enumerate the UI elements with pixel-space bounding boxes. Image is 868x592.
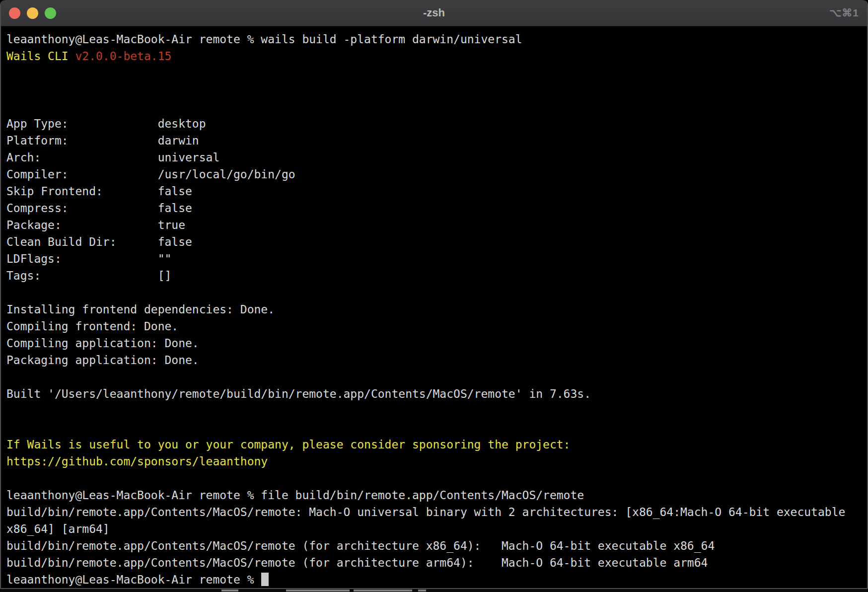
terminal-line: Compiling frontend: Done. [6, 318, 867, 335]
terminal-text: Wails CLI [6, 50, 75, 63]
terminal-text: Compiler: /usr/local/go/bin/go [6, 168, 295, 181]
terminal-line: App Type: desktop [6, 115, 867, 132]
terminal-text: x86_64] [arm64] [6, 522, 110, 535]
terminal-line: build/bin/remote.app/Contents/MacOS/remo… [6, 537, 867, 554]
terminal-line: build/bin/remote.app/Contents/MacOS/remo… [6, 554, 867, 571]
terminal-text: https://github.com/sponsors/leaanthony [6, 455, 268, 468]
terminal-line: Compiler: /usr/local/go/bin/go [6, 166, 867, 183]
terminal-text: leaanthony@Leas-MacBook-Air remote % [6, 573, 261, 586]
terminal-text: Compress: false [6, 202, 192, 215]
terminal-line [6, 284, 867, 301]
terminal-line: Skip Frontend: false [6, 183, 867, 200]
terminal-line [6, 65, 867, 81]
terminal-text: Compiling frontend: Done. [6, 320, 178, 333]
close-button[interactable] [9, 7, 20, 19]
terminal-line: Package: true [6, 217, 867, 233]
terminal-text: Tags: [] [6, 269, 171, 282]
terminal-line: Tags: [] [6, 267, 867, 284]
titlebar[interactable]: -zsh ⌥⌘1 [1, 0, 867, 26]
background-window-fragment [221, 590, 238, 592]
tab-shortcut-badge: ⌥⌘1 [829, 0, 859, 26]
background-window-fragment [354, 590, 412, 592]
background-window-fragment [418, 590, 426, 592]
terminal-line: Wails CLI v2.0.0-beta.15 [6, 48, 867, 65]
terminal-line [6, 369, 867, 385]
terminal-text: leaanthony@Leas-MacBook-Air remote % fil… [6, 489, 584, 502]
terminal-line: leaanthony@Leas-MacBook-Air remote % fil… [6, 487, 867, 504]
terminal-line: Built '/Users/leaanthony/remote/build/bi… [6, 385, 867, 402]
terminal-text: Platform: darwin [6, 134, 199, 147]
terminal-text: If Wails is useful to you or your compan… [6, 438, 570, 451]
background-window-edge [0, 589, 868, 592]
terminal-line [6, 470, 867, 487]
terminal-line: leaanthony@Leas-MacBook-Air remote % wai… [6, 31, 867, 48]
terminal-text: build/bin/remote.app/Contents/MacOS/remo… [6, 506, 845, 518]
terminal-line [6, 402, 867, 419]
terminal-line: Installing frontend dependencies: Done. [6, 301, 867, 318]
terminal-line: Platform: darwin [6, 132, 867, 149]
terminal-output[interactable]: leaanthony@Leas-MacBook-Air remote % wai… [1, 26, 867, 588]
terminal-text: Compiling application: Done. [6, 337, 199, 350]
terminal-line: If Wails is useful to you or your compan… [6, 436, 867, 453]
terminal-text: v2.0.0-beta.15 [75, 50, 171, 63]
terminal-text: Built '/Users/leaanthony/remote/build/bi… [6, 387, 591, 400]
terminal-line: leaanthony@Leas-MacBook-Air remote % [6, 571, 867, 588]
terminal-cursor [261, 573, 269, 586]
terminal-line: build/bin/remote.app/Contents/MacOS/remo… [6, 504, 867, 520]
terminal-line [6, 98, 867, 115]
zoom-button[interactable] [45, 7, 56, 19]
terminal-text: App Type: desktop [6, 117, 206, 130]
screen: -zsh ⌥⌘1 leaanthony@Leas-MacBook-Air rem… [0, 0, 868, 592]
minimize-button[interactable] [27, 7, 38, 19]
terminal-line: Compiling application: Done. [6, 335, 867, 352]
traffic-lights [9, 0, 56, 26]
terminal-text: Package: true [6, 219, 185, 231]
terminal-line: Compress: false [6, 200, 867, 217]
terminal-text: Packaging application: Done. [6, 354, 199, 367]
terminal-line: LDFlags: "" [6, 250, 867, 267]
terminal-line [6, 419, 867, 436]
terminal-text: Clean Build Dir: false [6, 235, 192, 248]
terminal-line: https://github.com/sponsors/leaanthony [6, 453, 867, 470]
terminal-line: x86_64] [arm64] [6, 520, 867, 537]
terminal-line [6, 81, 867, 98]
background-window-fragment [286, 590, 350, 592]
terminal-window: -zsh ⌥⌘1 leaanthony@Leas-MacBook-Air rem… [0, 0, 868, 589]
terminal-text: Installing frontend dependencies: Done. [6, 303, 275, 316]
terminal-line: Packaging application: Done. [6, 352, 867, 369]
terminal-line: Arch: universal [6, 149, 867, 166]
terminal-text: Arch: universal [6, 151, 219, 164]
terminal-text: LDFlags: "" [6, 252, 171, 265]
terminal-text: build/bin/remote.app/Contents/MacOS/remo… [6, 539, 715, 552]
window-title: -zsh [423, 6, 445, 19]
terminal-text: build/bin/remote.app/Contents/MacOS/remo… [6, 556, 708, 569]
terminal-line: Clean Build Dir: false [6, 233, 867, 250]
terminal-text: leaanthony@Leas-MacBook-Air remote % wai… [6, 33, 522, 46]
terminal-text: Skip Frontend: false [6, 185, 192, 198]
